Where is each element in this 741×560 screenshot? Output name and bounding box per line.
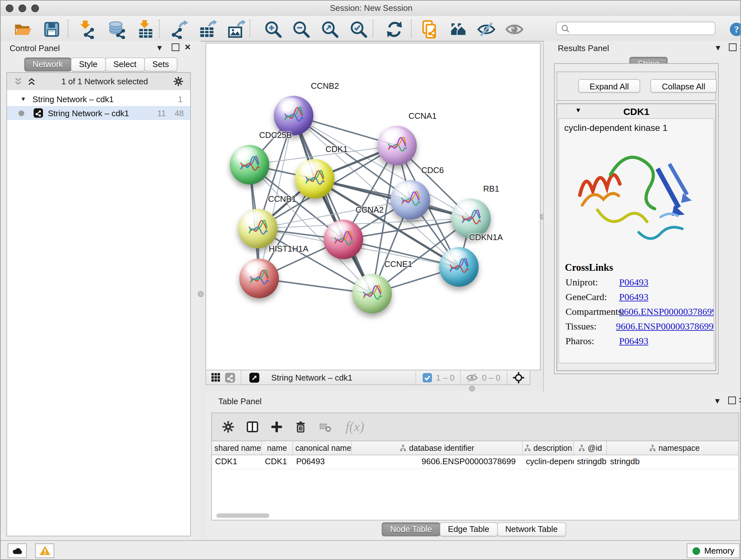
hide-selected-button[interactable] (475, 18, 497, 40)
network-node-cdkn1a[interactable] (439, 247, 479, 287)
tab-select[interactable]: Select (105, 57, 145, 71)
show-columns-button[interactable] (244, 419, 260, 435)
table-cell[interactable]: P06493 (293, 455, 352, 469)
float-panel-icon[interactable]: ▼ (714, 44, 722, 52)
column-header-description[interactable]: description (523, 441, 574, 455)
detach-view-icon[interactable] (249, 372, 260, 383)
import-table-file-button[interactable] (135, 18, 156, 40)
horizontal-scrollbar-thumb[interactable] (216, 513, 269, 518)
cloud-button[interactable] (8, 543, 27, 558)
hidden-eye-icon[interactable] (466, 371, 478, 383)
toolbar-separator (411, 20, 412, 38)
column-header-name[interactable]: name (262, 441, 293, 455)
close-panel-icon[interactable]: ✕ (185, 43, 191, 52)
network-collection-row[interactable]: ▼ String Network – cdk1 1 (7, 92, 190, 106)
float-panel-icon[interactable]: ▼ (714, 396, 721, 406)
expand-all-chevrons-icon[interactable] (27, 77, 37, 86)
duplicate-network-button[interactable] (419, 18, 441, 40)
network-view-share-icon[interactable] (225, 372, 235, 383)
network-node-cdc25b[interactable] (230, 145, 269, 185)
maximize-panel-icon[interactable] (729, 44, 737, 51)
network-tab-content: 1 of 1 Network selected (6, 72, 191, 537)
tab-edge-table[interactable]: Edge Table (440, 522, 498, 537)
zoom-fit-button[interactable] (319, 18, 341, 40)
delete-column-button[interactable] (292, 419, 309, 435)
network-view-canvas[interactable]: CCNB2CCNA1CDC25BCDK1CDC6RB1CCNB1CCNA2CDK… (205, 43, 541, 370)
network-node-ccnb1[interactable] (238, 209, 278, 248)
column-header-id[interactable]: @id (574, 441, 607, 455)
network-node-cdk1[interactable] (295, 159, 334, 199)
network-status-dot-icon (18, 110, 24, 116)
export-network-button[interactable] (168, 18, 190, 40)
apply-layout-button[interactable] (384, 18, 405, 40)
network-node-hist1h1a[interactable] (239, 259, 279, 298)
network-node-ccna1[interactable] (377, 126, 417, 165)
close-panel-icon[interactable]: ✕ (739, 43, 741, 52)
tab-sets[interactable]: Sets (144, 57, 177, 71)
open-session-button[interactable] (12, 18, 34, 40)
network-options-gear-icon[interactable] (173, 76, 184, 87)
protein-thumbnail-icon (331, 229, 355, 251)
crosslink-link[interactable]: P06493 (619, 277, 649, 288)
warnings-button[interactable] (35, 543, 54, 558)
close-panel-icon[interactable]: ✕ (738, 396, 741, 405)
column-header-namespace[interactable]: namespace (607, 441, 739, 455)
tab-network-table[interactable]: Network Table (497, 522, 566, 537)
float-panel-icon[interactable]: ▼ (156, 44, 163, 52)
maximize-panel-icon[interactable] (728, 396, 736, 404)
tree-expand-icon[interactable]: ▼ (20, 96, 26, 102)
import-network-file-button[interactable] (76, 18, 98, 40)
column-header-sharedname[interactable]: shared name (212, 441, 262, 455)
crosslink-link[interactable]: P06493 (619, 336, 649, 347)
network-node-ccnb2[interactable] (274, 96, 313, 135)
tab-style[interactable]: Style (71, 57, 106, 71)
cloud-icon (11, 545, 23, 557)
table-cell[interactable]: CDK1 (212, 455, 262, 469)
zoom-out-button[interactable] (290, 18, 312, 40)
table-cell[interactable]: stringdb (607, 455, 739, 469)
expand-all-button[interactable]: Expand All (578, 79, 640, 92)
memory-button[interactable]: Memory (687, 543, 740, 558)
maximize-panel-icon[interactable] (172, 44, 179, 51)
horizontal-splitter-handle[interactable] (469, 386, 475, 391)
vertical-splitter-handle[interactable] (198, 291, 204, 297)
table-row[interactable]: CDK1CDK1P064939606.ENSP00000378699cyclin… (212, 455, 738, 469)
zoom-selected-button[interactable] (348, 18, 369, 40)
table-cell[interactable]: 9606.ENSP00000378699 (352, 455, 523, 469)
network-node-cdc6[interactable] (391, 180, 430, 220)
table-cell[interactable]: CDK1 (262, 455, 293, 469)
search-field[interactable] (556, 22, 716, 35)
selected-checkbox-icon[interactable] (422, 373, 432, 382)
network-node-ccna2[interactable] (324, 220, 363, 259)
table-cell[interactable]: stringdb:9... (574, 455, 607, 469)
network-node-ccne1[interactable] (352, 274, 392, 314)
column-header-databaseidentifier[interactable]: database identifier (352, 441, 523, 455)
search-input[interactable] (572, 23, 715, 34)
network-row[interactable]: String Network – cdk1 11 48 (7, 106, 190, 120)
double-house-button[interactable] (448, 18, 469, 40)
save-session-button[interactable] (41, 18, 63, 40)
show-hidden-button[interactable] (503, 18, 525, 40)
crosslink-link[interactable]: 9606.ENSP00000378699 (616, 321, 714, 332)
table-cell[interactable]: cyclin-dependent ... (523, 455, 574, 469)
help-button[interactable]: ? (726, 18, 741, 40)
edge-count: 48 (175, 108, 184, 118)
birds-eye-crosshair-icon[interactable] (513, 371, 525, 383)
table-options-button[interactable] (219, 419, 236, 435)
network-nodes-layer: CCNB2CCNA1CDC25BCDK1CDC6RB1CCNB1CCNA2CDK… (206, 44, 540, 370)
zoom-in-button[interactable] (262, 18, 284, 40)
grid-view-icon[interactable] (211, 372, 221, 382)
crosslink-link[interactable]: P06493 (619, 292, 649, 303)
crosslink-link[interactable]: 9606.ENSP00000378699 (619, 307, 714, 317)
column-header-canonicalname[interactable]: canonical name (293, 441, 352, 455)
import-network-database-button[interactable] (105, 18, 127, 40)
node-label-ccna1: CCNA1 (408, 111, 436, 121)
collapse-all-button[interactable]: Collapse All (650, 79, 717, 92)
tab-node-table[interactable]: Node Table (382, 522, 440, 537)
create-column-button[interactable] (268, 419, 285, 435)
export-table-button[interactable] (197, 18, 218, 40)
export-image-button[interactable] (225, 18, 247, 40)
protein-card: ▼ CDK1 cyclin-dependent kinase 1 (556, 104, 716, 371)
collapse-all-chevrons-icon[interactable] (13, 77, 23, 86)
tab-network[interactable]: Network (24, 57, 71, 71)
